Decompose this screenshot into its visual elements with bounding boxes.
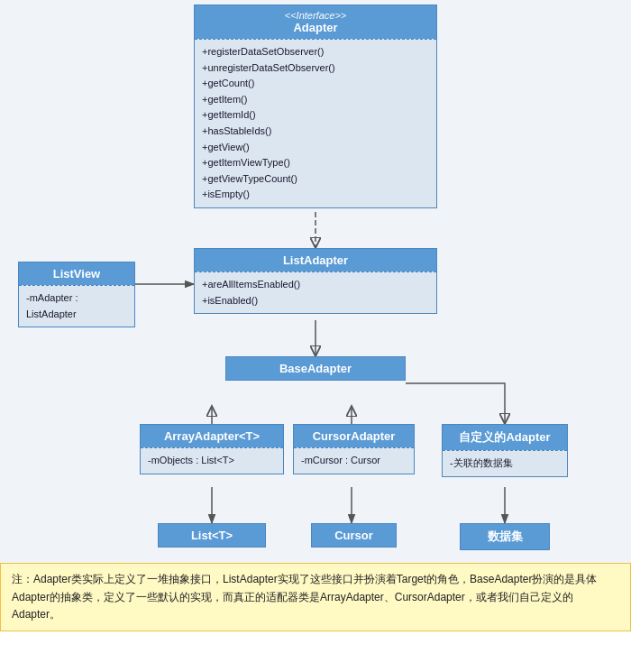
arrayadapter-box: ArrayAdapter<T> -mObjects : List<T> <box>140 424 284 474</box>
cursoradapter-box: CursorAdapter -mCursor : Cursor <box>293 424 415 474</box>
adapter-methods: +registerDataSetObserver() +unregisterDa… <box>195 39 436 207</box>
listadapter-box: ListAdapter +areAllItemsEnabled() +isEna… <box>194 248 437 314</box>
dataset-box: 数据集 <box>460 523 550 550</box>
customadapter-fields: -关联的数据集 <box>443 450 567 476</box>
cursor-box: Cursor <box>311 523 397 548</box>
customadapter-title: 自定义的Adapter <box>443 425 567 450</box>
listadapter-methods: +areAllItemsEnabled() +isEnabled() <box>195 272 436 313</box>
arrayadapter-title: ArrayAdapter<T> <box>141 425 283 447</box>
note-text: 注：Adapter类实际上定义了一堆抽象接口，ListAdapter实现了这些接… <box>12 573 597 620</box>
adapter-subtitle: <<Interface>> Adapter <box>195 5 436 39</box>
listadapter-title: ListAdapter <box>195 249 436 272</box>
list-box: List<T> <box>158 523 266 548</box>
listview-box: ListView -mAdapter : ListAdapter <box>18 262 135 327</box>
list-title: List<T> <box>159 524 265 547</box>
baseadapter-title: BaseAdapter <box>226 357 405 380</box>
customadapter-box: 自定义的Adapter -关联的数据集 <box>442 424 568 477</box>
adapter-box: <<Interface>> Adapter +registerDataSetOb… <box>194 5 437 208</box>
cursor-title: Cursor <box>312 524 396 547</box>
baseadapter-box: BaseAdapter <box>225 356 406 381</box>
note-box: 注：Adapter类实际上定义了一堆抽象接口，ListAdapter实现了这些接… <box>0 563 631 631</box>
listview-title: ListView <box>19 262 134 285</box>
dataset-title: 数据集 <box>461 524 549 549</box>
adapter-interface-label: <<Interface>> <box>202 10 429 21</box>
arrayadapter-fields: -mObjects : List<T> <box>141 447 283 474</box>
cursoradapter-fields: -mCursor : Cursor <box>294 447 414 474</box>
listview-fields: -mAdapter : ListAdapter <box>19 285 134 327</box>
diagram-container: <<Interface>> Adapter +registerDataSetOb… <box>0 0 631 631</box>
adapter-title: Adapter <box>202 21 429 34</box>
cursoradapter-title: CursorAdapter <box>294 425 414 447</box>
